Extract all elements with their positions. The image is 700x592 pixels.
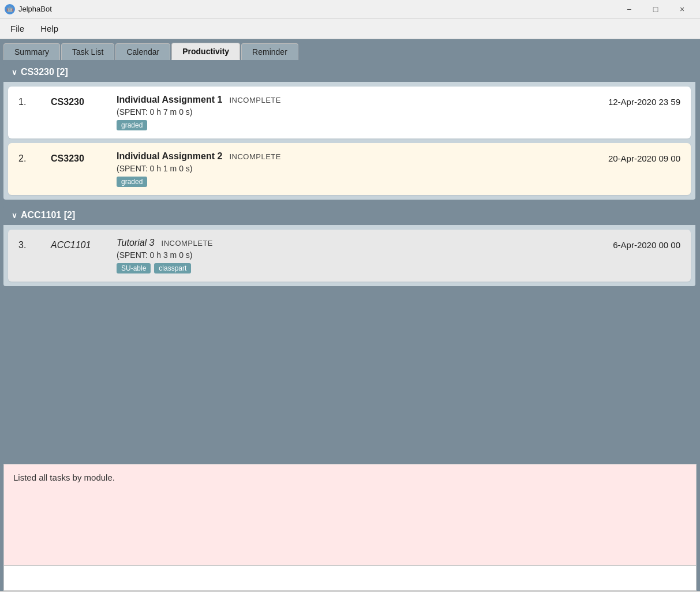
app-title: JelphaBot <box>18 5 52 13</box>
close-button[interactable]: × <box>669 0 695 18</box>
tab-calendar[interactable]: Calendar <box>115 43 170 60</box>
tab-reminder[interactable]: Reminder <box>241 43 298 60</box>
module-title-acc1101: ACC1101 [2] <box>21 210 75 220</box>
task-card-1: 1. CS3230 Individual Assignment 1 INCOMP… <box>8 87 691 138</box>
task-spent-1: (SPENT: 0 h 7 m 0 s) <box>117 107 563 117</box>
task-module-2: CS3230 <box>51 151 103 164</box>
task-spent-2: (SPENT: 0 h 1 m 0 s) <box>117 164 563 173</box>
task-card-3: 3. ACC1101 Tutorial 3 INCOMPLETE (SPENT:… <box>8 230 691 282</box>
maximize-button[interactable]: □ <box>642 0 669 18</box>
task-module-3: ACC1101 <box>51 238 103 250</box>
tag-classpart-3: classpart <box>154 263 191 273</box>
module-header-cs3230[interactable]: ∨ CS3230 [2] <box>3 62 695 82</box>
task-card-2: 2. CS3230 Individual Assignment 2 INCOMP… <box>8 143 691 195</box>
output-text: Listed all tasks by module. <box>13 473 115 482</box>
module-group-acc1101: ∨ ACC1101 [2] 3. ACC1101 Tutorial 3 INCO… <box>3 205 695 286</box>
main-content: ∨ CS3230 [2] 1. CS3230 Individual Assign… <box>0 60 700 591</box>
menu-help[interactable]: Help <box>32 21 66 36</box>
title-bar: 🤖 JelphaBot − □ × <box>0 0 700 18</box>
title-bar-controls: − □ × <box>616 0 695 18</box>
task-tags-3: SU-able classpart <box>117 263 563 273</box>
tab-productivity[interactable]: Productivity <box>171 43 240 60</box>
task-tags-2: graded <box>117 177 563 187</box>
task-module-1: CS3230 <box>51 95 103 107</box>
menu-bar: File Help <box>0 18 700 39</box>
task-title-row-1: Individual Assignment 1 INCOMPLETE <box>117 95 563 105</box>
task-details-2: Individual Assignment 2 INCOMPLETE (SPEN… <box>117 151 563 187</box>
output-box: Listed all tasks by module. <box>3 464 697 565</box>
module-header-acc1101[interactable]: ∨ ACC1101 [2] <box>3 205 695 225</box>
app-icon: 🤖 <box>5 4 15 14</box>
task-tags-1: graded <box>117 120 563 130</box>
task-num-3: 3. <box>18 238 37 250</box>
module-title-cs3230: CS3230 [2] <box>21 67 68 77</box>
task-title-2: Individual Assignment 2 <box>117 151 222 162</box>
chevron-icon: ∨ <box>12 68 17 77</box>
task-due-2: 20-Apr-2020 09 00 <box>577 151 680 163</box>
tab-tasklist[interactable]: Task List <box>61 43 114 60</box>
tag-suable-3: SU-able <box>117 263 151 273</box>
task-spent-3: (SPENT: 0 h 3 m 0 s) <box>117 250 563 260</box>
task-due-3: 6-Apr-2020 00 00 <box>577 238 680 250</box>
task-title-row-2: Individual Assignment 2 INCOMPLETE <box>117 151 563 162</box>
task-title-3: Tutorial 3 <box>117 238 155 248</box>
tag-graded-2: graded <box>117 177 147 187</box>
task-title-row-3: Tutorial 3 INCOMPLETE <box>117 238 563 248</box>
task-title-1: Individual Assignment 1 <box>117 95 222 105</box>
task-status-1: INCOMPLETE <box>229 96 281 104</box>
bottom-area: Listed all tasks by module. <box>3 464 697 591</box>
chevron-icon-2: ∨ <box>12 211 17 220</box>
title-bar-left: 🤖 JelphaBot <box>5 4 52 14</box>
tab-summary[interactable]: Summary <box>3 43 60 60</box>
menu-file[interactable]: File <box>2 21 32 36</box>
module-group-cs3230: ∨ CS3230 [2] 1. CS3230 Individual Assign… <box>3 62 695 200</box>
minimize-button[interactable]: − <box>616 0 642 18</box>
task-due-1: 12-Apr-2020 23 59 <box>577 95 680 107</box>
tab-bar: Summary Task List Calendar Productivity … <box>0 39 700 60</box>
task-details-3: Tutorial 3 INCOMPLETE (SPENT: 0 h 3 m 0 … <box>117 238 563 273</box>
task-scroll-area[interactable]: ∨ CS3230 [2] 1. CS3230 Individual Assign… <box>3 62 697 464</box>
tag-graded-1: graded <box>117 120 147 130</box>
input-box[interactable] <box>3 565 697 591</box>
module-tasks-acc1101: 3. ACC1101 Tutorial 3 INCOMPLETE (SPENT:… <box>3 225 695 286</box>
task-num-1: 1. <box>18 95 37 107</box>
task-status-3: INCOMPLETE <box>162 239 214 248</box>
module-tasks-cs3230: 1. CS3230 Individual Assignment 1 INCOMP… <box>3 82 695 200</box>
task-status-2: INCOMPLETE <box>229 152 281 161</box>
task-num-2: 2. <box>18 151 37 164</box>
task-details-1: Individual Assignment 1 INCOMPLETE (SPEN… <box>117 95 563 130</box>
